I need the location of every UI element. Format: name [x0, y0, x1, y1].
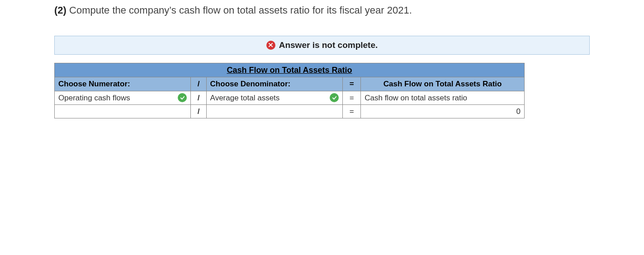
equals-cell: =: [343, 104, 361, 118]
answer-status-bar: Answer is not complete.: [54, 36, 590, 55]
slash-cell: /: [191, 104, 206, 118]
answer-status-label: Answer is not complete.: [279, 40, 378, 50]
question-text: (2) Compute the company’s cash flow on t…: [54, 4, 590, 18]
result-cell: Cash flow on total assets ratio: [361, 91, 525, 104]
header-result: Cash Flow on Total Assets Ratio: [361, 77, 525, 91]
equals-cell: =: [343, 91, 361, 104]
denominator-input[interactable]: [206, 104, 342, 118]
x-icon: [266, 41, 275, 50]
question-number: (2): [54, 5, 66, 16]
numerator-cell[interactable]: Operating cash flows: [55, 91, 191, 104]
check-icon: [330, 93, 339, 102]
question-body: Compute the company’s cash flow on total…: [69, 5, 412, 16]
numerator-input[interactable]: [55, 104, 191, 118]
denominator-value: Average total assets: [210, 93, 327, 103]
header-slash: /: [191, 77, 206, 91]
table-row: / = 0: [55, 104, 525, 118]
table-row: Operating cash flows / Average total ass…: [55, 91, 525, 104]
header-equals: =: [343, 77, 361, 91]
header-denominator: Choose Denominator:: [206, 77, 342, 91]
header-numerator: Choose Numerator:: [55, 77, 191, 91]
ratio-table: Cash Flow on Total Assets Ratio Choose N…: [54, 63, 525, 118]
slash-cell: /: [191, 91, 206, 104]
result-value[interactable]: 0: [361, 104, 525, 118]
numerator-value: Operating cash flows: [58, 93, 175, 103]
table-title: Cash Flow on Total Assets Ratio: [55, 63, 525, 77]
check-icon: [178, 93, 187, 102]
denominator-cell[interactable]: Average total assets: [206, 91, 342, 104]
